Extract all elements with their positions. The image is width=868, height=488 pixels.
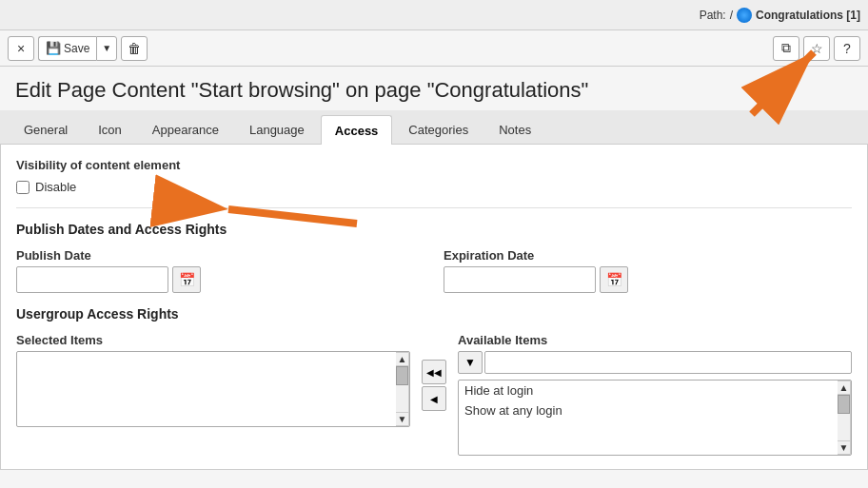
expiration-date-input[interactable] bbox=[444, 266, 596, 293]
expiration-date-calendar-button[interactable]: 📅 bbox=[600, 266, 628, 293]
avail-scroll-thumb[interactable] bbox=[838, 395, 850, 414]
usergroup-section-heading: Usergroup Access Rights bbox=[16, 306, 852, 322]
scroll-up-btn[interactable]: ▲ bbox=[396, 353, 408, 366]
available-items-listbox[interactable]: Hide at login Show at any login ▲ ▼ bbox=[458, 380, 852, 456]
move-left-button[interactable]: ◀ bbox=[422, 386, 446, 411]
visibility-section-title: Visibility of content element bbox=[16, 158, 852, 172]
publish-date-label: Publish Date bbox=[16, 248, 424, 263]
available-items-label: Available Items bbox=[458, 333, 852, 347]
expiration-date-label: Expiration Date bbox=[444, 248, 852, 263]
disable-label: Disable bbox=[35, 180, 76, 194]
disable-row: Disable bbox=[16, 180, 852, 194]
access-columns: Selected Items ▲ ▼ bbox=[16, 333, 852, 456]
help-button[interactable]: ? bbox=[834, 36, 860, 61]
tab-categories[interactable]: Categories bbox=[394, 115, 483, 144]
move-all-left-button[interactable]: ◀◀ bbox=[422, 360, 446, 384]
top-bar: Path: / Congratulations [1] bbox=[0, 0, 868, 30]
selected-items-label: Selected Items bbox=[16, 333, 410, 347]
available-filter-input[interactable] bbox=[484, 351, 852, 374]
selected-items-listbox[interactable]: ▲ ▼ bbox=[16, 351, 410, 427]
toolbar: × 💾 Save ▼ 🗑 ⧉ ☆ ? bbox=[0, 30, 868, 67]
bookmark-button[interactable]: ☆ bbox=[803, 36, 830, 61]
tab-icon[interactable]: Icon bbox=[84, 115, 136, 144]
publish-date-group: Publish Date 📅 bbox=[16, 248, 424, 293]
selected-items-area: ▲ ▼ bbox=[16, 351, 410, 427]
available-items-list: Hide at login Show at any login bbox=[459, 381, 838, 455]
tab-access[interactable]: Access bbox=[321, 115, 393, 145]
page-breadcrumb: Congratulations [1] bbox=[756, 9, 860, 22]
selected-scrollbar[interactable]: ▲ ▼ bbox=[396, 352, 409, 426]
transfer-controls: ◀◀ ◀ bbox=[422, 333, 446, 456]
available-items-col: Available Items ▼ Hide at login Show at … bbox=[458, 333, 852, 456]
toolbar-right: ⧉ ☆ ? bbox=[773, 36, 860, 61]
tab-language[interactable]: Language bbox=[235, 115, 319, 144]
page-title-area: Edit Page Content "Start browsing" on pa… bbox=[0, 67, 868, 110]
delete-button[interactable]: 🗑 bbox=[121, 36, 148, 61]
avail-scroll-up-btn[interactable]: ▲ bbox=[838, 381, 850, 395]
tab-appearance[interactable]: Appearance bbox=[138, 115, 233, 144]
usergroup-section: Usergroup Access Rights Selected Items ▲… bbox=[16, 306, 852, 456]
path-info: Path: / Congratulations [1] bbox=[700, 8, 860, 23]
available-scrollbar[interactable]: ▲ ▼ bbox=[838, 381, 851, 455]
tab-general[interactable]: General bbox=[10, 115, 82, 144]
selected-items-list bbox=[17, 352, 396, 426]
path-label: Path: bbox=[700, 9, 726, 22]
tab-notes[interactable]: Notes bbox=[484, 115, 545, 144]
globe-icon bbox=[737, 8, 752, 23]
selected-items-col: Selected Items ▲ ▼ bbox=[16, 333, 410, 456]
publish-section-heading: Publish Dates and Access Rights bbox=[16, 222, 852, 237]
page-title: Edit Page Content "Start browsing" on pa… bbox=[15, 78, 853, 103]
open-external-button[interactable]: ⧉ bbox=[773, 36, 799, 61]
scroll-down-btn[interactable]: ▼ bbox=[396, 412, 408, 425]
dates-row: Publish Date 📅 Expiration Date 📅 bbox=[16, 248, 852, 293]
avail-scroll-down-btn[interactable]: ▼ bbox=[838, 440, 850, 454]
publish-date-input[interactable] bbox=[16, 266, 168, 293]
publish-date-calendar-button[interactable]: 📅 bbox=[172, 266, 201, 293]
list-item[interactable]: Hide at login bbox=[459, 381, 838, 400]
tabs-bar: General Icon Appearance Language Access … bbox=[0, 110, 868, 145]
scroll-thumb[interactable] bbox=[396, 366, 408, 385]
close-button[interactable]: × bbox=[8, 36, 34, 61]
expiration-date-group: Expiration Date 📅 bbox=[444, 248, 852, 293]
publish-date-input-row: 📅 bbox=[16, 266, 424, 293]
filter-button[interactable]: ▼ bbox=[458, 351, 483, 374]
disable-checkbox[interactable] bbox=[16, 181, 30, 194]
content-area: Visibility of content element Disable Pu… bbox=[0, 145, 868, 470]
expiration-date-input-row: 📅 bbox=[444, 266, 852, 293]
available-filter-row: ▼ bbox=[458, 351, 852, 374]
save-dropdown-button[interactable]: ▼ bbox=[96, 36, 117, 61]
list-item[interactable]: Show at any login bbox=[459, 400, 838, 420]
save-group: 💾 Save ▼ bbox=[38, 36, 117, 61]
save-button[interactable]: 💾 Save bbox=[38, 36, 96, 61]
